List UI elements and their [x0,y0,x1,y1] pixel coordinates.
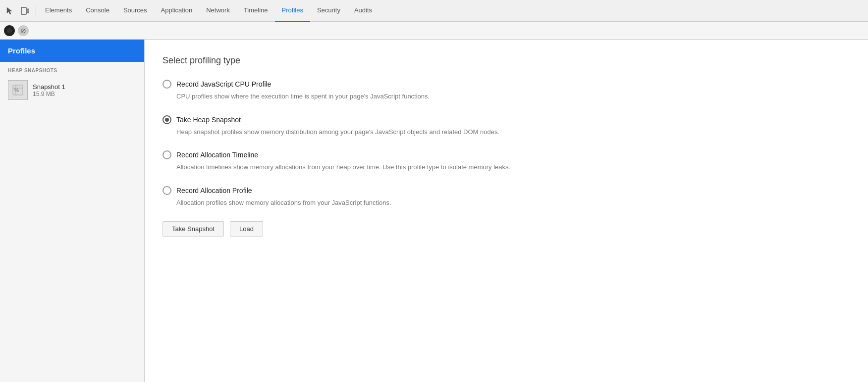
clear-button[interactable]: ⊘ [18,25,29,36]
tab-network[interactable]: Network [199,0,237,22]
snapshot-item[interactable]: % Snapshot 1 15.9 MB [0,76,144,104]
radio-heap[interactable] [163,115,171,124]
snapshot-file-icon: % [12,84,24,96]
option-label-cpu: Record JavaScript CPU Profile [176,80,271,88]
tab-timeline[interactable]: Timeline [237,0,275,22]
snapshot-size: 15.9 MB [33,91,65,97]
cursor-icon [5,6,14,15]
svg-text:%: % [14,88,19,93]
profile-option-header-cpu[interactable]: Record JavaScript CPU Profile [163,80,850,89]
svg-rect-0 [21,7,26,14]
top-toolbar: ElementsConsoleSourcesApplicationNetwork… [0,0,868,22]
sidebar-header: Profiles [0,40,144,62]
device-mode-button[interactable] [19,5,31,17]
option-label-allocation-profile: Record Allocation Profile [176,187,252,194]
profile-option-header-heap[interactable]: Take Heap Snapshot [163,115,850,124]
profile-option-cpu: Record JavaScript CPU ProfileCPU profile… [163,80,850,101]
main-layout: Profiles HEAP SNAPSHOTS % Snapshot 1 15.… [0,40,868,382]
radio-inner-heap [165,118,169,122]
snapshot-name: Snapshot 1 [33,83,65,91]
device-mode-icon [20,6,29,15]
record-button[interactable] [4,25,15,36]
tab-audits[interactable]: Audits [347,0,379,22]
snapshot-info: Snapshot 1 15.9 MB [33,83,65,97]
tab-security[interactable]: Security [310,0,347,22]
main-content: Select profiling type Record JavaScript … [145,40,868,382]
snapshot-icon: % [8,80,28,100]
option-label-heap: Take Heap Snapshot [176,116,241,124]
profile-option-header-allocation-timeline[interactable]: Record Allocation Timeline [163,150,850,159]
svg-rect-1 [27,9,29,13]
profile-option-allocation-timeline: Record Allocation TimelineAllocation tim… [163,150,850,172]
section-title: Select profiling type [163,55,850,66]
sidebar-title: Profiles [8,47,35,55]
tab-elements[interactable]: Elements [38,0,79,22]
profile-option-header-allocation-profile[interactable]: Record Allocation Profile [163,186,850,195]
heap-snapshots-label: HEAP SNAPSHOTS [0,62,144,76]
second-toolbar: ⊘ [0,22,868,40]
profile-options: Record JavaScript CPU ProfileCPU profile… [163,80,850,207]
option-label-allocation-timeline: Record Allocation Timeline [176,151,258,159]
profile-option-allocation-profile: Record Allocation ProfileAllocation prof… [163,186,850,208]
buttons-area: Take Snapshot Load [163,221,850,237]
profile-option-heap: Take Heap SnapshotHeap snapshot profiles… [163,115,850,137]
tab-console[interactable]: Console [79,0,116,22]
take-snapshot-button[interactable]: Take Snapshot [163,221,224,237]
radio-allocation-profile[interactable] [163,186,171,195]
toolbar-icons [4,5,36,17]
option-desc-allocation-profile: Allocation profiles show memory allocati… [176,198,850,208]
option-desc-allocation-timeline: Allocation timelines show memory allocat… [176,162,850,172]
cursor-tool-button[interactable] [4,5,16,17]
tab-sources[interactable]: Sources [116,0,154,22]
tab-profiles[interactable]: Profiles [275,0,310,22]
record-icon [7,28,12,33]
nav-tabs: ElementsConsoleSourcesApplicationNetwork… [38,0,379,22]
load-button[interactable]: Load [230,221,263,237]
radio-allocation-timeline[interactable] [163,150,171,159]
option-desc-cpu: CPU profiles show where the execution ti… [176,92,850,101]
tab-application[interactable]: Application [154,0,200,22]
sidebar: Profiles HEAP SNAPSHOTS % Snapshot 1 15.… [0,40,145,382]
radio-cpu[interactable] [163,80,171,89]
clear-icon: ⊘ [20,27,26,35]
option-desc-heap: Heap snapshot profiles show memory distr… [176,127,850,137]
